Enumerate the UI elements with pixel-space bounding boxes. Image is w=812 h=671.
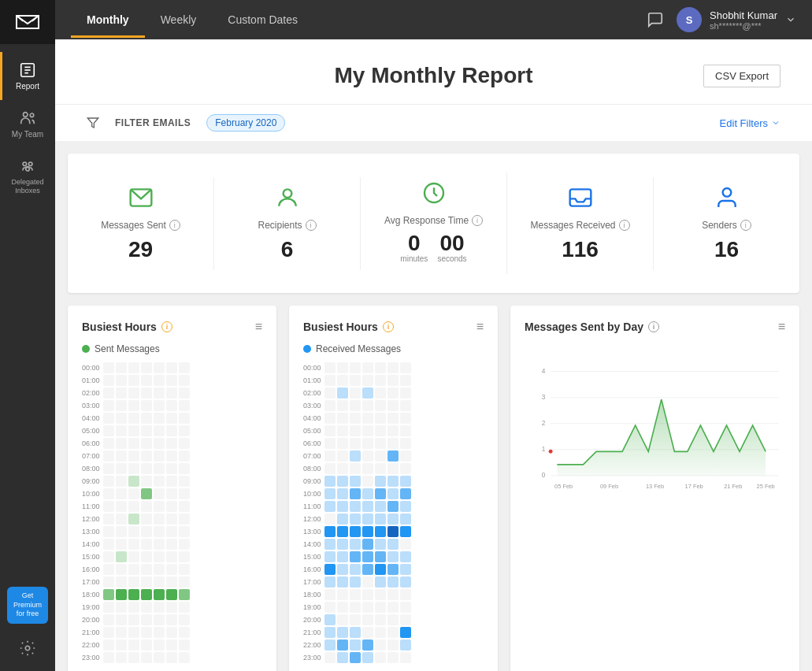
stat-label-sent: Messages Sent i <box>101 220 180 231</box>
user-name: Shobhit Kumar <box>710 9 777 21</box>
info-icon-sent[interactable]: i <box>169 220 180 231</box>
svg-point-5 <box>24 113 28 117</box>
info-icon-received[interactable]: i <box>619 220 630 231</box>
sidebar-item-settings[interactable] <box>0 633 55 663</box>
sent-busiest-hours-chart: Busiest Hours i ≡ Sent Messages 00:00 01… <box>68 306 276 671</box>
stat-value-senders: 16 <box>714 237 739 262</box>
sent-heatmap-grid <box>103 362 262 663</box>
page-content: My Monthly Report CSV Export FILTER EMAI… <box>55 39 812 671</box>
sidebar-item-delegated-label: Delegated Inboxes <box>6 178 49 195</box>
user-details: Shobhit Kumar sh*******@*** <box>710 9 777 31</box>
stats-section: Messages Sent i 29 Recipients i 6 <box>68 154 799 293</box>
svg-point-7 <box>23 162 27 166</box>
sent-by-day-svg: 4 3 2 1 0 <box>525 343 785 517</box>
stat-recipients: Recipients i 6 <box>214 177 361 270</box>
svg-marker-28 <box>557 399 766 476</box>
user-email: sh*******@*** <box>710 21 777 31</box>
stat-value-received: 116 <box>562 237 599 262</box>
received-heatmap-grid <box>324 362 484 663</box>
info-icon-recipients[interactable]: i <box>306 220 317 231</box>
svg-point-6 <box>30 113 34 117</box>
stat-label-recipients: Recipients i <box>258 220 316 231</box>
info-icon-avg-response[interactable]: i <box>472 215 483 226</box>
svg-point-16 <box>722 188 731 197</box>
sent-busiest-hours-title: Busiest Hours i ≡ <box>82 320 262 334</box>
svg-text:2: 2 <box>542 420 546 427</box>
clock-icon <box>421 180 447 209</box>
sidebar-item-report-label: Report <box>16 82 39 91</box>
avatar: S <box>677 7 702 32</box>
csv-export-button[interactable]: CSV Export <box>703 65 780 87</box>
sent-by-day-chart: Messages Sent by Day i ≡ 4 3 2 1 0 <box>510 306 799 671</box>
charts-row-1: Busiest Hours i ≡ Sent Messages 00:00 01… <box>55 306 812 671</box>
svg-point-9 <box>26 167 30 171</box>
info-icon-senders[interactable]: i <box>740 220 751 231</box>
stat-avg-response: Avg Response Time i 0 minutes 00 seconds <box>361 172 507 274</box>
sidebar-bottom: Get Premium for free <box>0 587 55 671</box>
received-heatmap-labels: 00:00 01:00 02:00 03:00 04:00 05:00 06:0… <box>303 362 321 663</box>
sent-by-day-title: Messages Sent by Day i ≡ <box>525 320 785 334</box>
sent-day-menu-icon[interactable]: ≡ <box>778 320 785 334</box>
sent-hours-menu-icon[interactable]: ≡ <box>255 320 262 334</box>
svg-text:21 Feb: 21 Feb <box>724 483 742 490</box>
svg-point-10 <box>25 646 30 651</box>
filter-date-badge[interactable]: February 2020 <box>206 114 285 132</box>
filter-bar: FILTER EMAILS February 2020 Edit Filters <box>55 104 812 141</box>
stat-value-sent: 29 <box>128 237 153 262</box>
svg-text:17 Feb: 17 Feb <box>685 483 703 490</box>
received-busiest-hours-title: Busiest Hours i ≡ <box>303 320 484 334</box>
sidebar-item-delegated[interactable]: Delegated Inboxes <box>0 148 55 205</box>
received-hours-legend: Received Messages <box>303 343 484 354</box>
svg-point-13 <box>283 189 291 198</box>
stat-label-senders: Senders i <box>702 220 751 231</box>
tab-monthly[interactable]: Monthly <box>71 2 145 38</box>
chevron-down-icon <box>785 14 796 25</box>
notification-icon[interactable] <box>647 11 664 28</box>
sent-heatmap: 00:00 01:00 02:00 03:00 04:00 05:00 06:0… <box>82 362 262 663</box>
info-icon-sent-hours[interactable]: i <box>161 321 172 332</box>
received-legend-dot <box>303 345 311 353</box>
premium-button[interactable]: Get Premium for free <box>7 587 48 624</box>
person-icon <box>275 185 300 213</box>
user-profile[interactable]: S Shobhit Kumar sh*******@*** <box>677 7 796 32</box>
top-nav-right: S Shobhit Kumar sh*******@*** <box>647 7 796 32</box>
filter-icon <box>87 117 99 129</box>
top-nav: Monthly Weekly Custom Dates S Shobhit Ku… <box>55 0 812 39</box>
info-icon-received-hours[interactable]: i <box>383 321 394 332</box>
sidebar-nav: Report My Team Delegated Inboxes <box>0 44 55 587</box>
received-hours-menu-icon[interactable]: ≡ <box>476 320 484 334</box>
report-title: My Monthly Report <box>335 63 533 88</box>
svg-text:13 Feb: 13 Feb <box>646 483 664 490</box>
svg-text:05 Feb: 05 Feb <box>554 483 573 490</box>
svg-text:0: 0 <box>542 472 546 479</box>
sent-legend-dot <box>82 345 90 353</box>
mail-icon <box>128 185 154 213</box>
svg-marker-11 <box>87 118 98 128</box>
info-icon-sent-day[interactable]: i <box>648 321 659 332</box>
tab-bar: Monthly Weekly Custom Dates <box>71 2 313 38</box>
svg-point-8 <box>28 162 32 166</box>
edit-filters-button[interactable]: Edit Filters <box>720 117 780 129</box>
received-busiest-hours-chart: Busiest Hours i ≡ Received Messages 00:0… <box>289 306 498 671</box>
svg-rect-15 <box>569 189 591 206</box>
filter-label: FILTER EMAILS <box>115 117 191 128</box>
inbox-icon <box>568 185 593 213</box>
sidebar-item-my-team-label: My Team <box>12 130 43 139</box>
tab-weekly[interactable]: Weekly <box>145 2 213 38</box>
received-heatmap: 00:00 01:00 02:00 03:00 04:00 05:00 06:0… <box>303 362 484 663</box>
svg-text:25 Feb: 25 Feb <box>757 483 775 490</box>
tab-custom-dates[interactable]: Custom Dates <box>212 2 313 38</box>
sidebar: Report My Team Delegated Inboxes <box>0 0 55 671</box>
stat-value-avg-response: 0 minutes 00 seconds <box>400 232 466 266</box>
svg-text:1: 1 <box>542 446 546 453</box>
svg-text:4: 4 <box>542 368 546 375</box>
sidebar-item-report[interactable]: Report <box>0 52 55 100</box>
report-header: My Monthly Report CSV Export <box>55 39 812 104</box>
sent-heatmap-labels: 00:00 01:00 02:00 03:00 04:00 05:00 06:0… <box>82 362 100 663</box>
sent-hours-legend: Sent Messages <box>82 343 262 354</box>
sidebar-item-my-team[interactable]: My Team <box>0 100 55 148</box>
stat-messages-sent: Messages Sent i 29 <box>68 177 214 270</box>
stat-label-received: Messages Received i <box>530 220 629 231</box>
svg-rect-0 <box>15 11 40 33</box>
stat-value-recipients: 6 <box>281 237 294 262</box>
